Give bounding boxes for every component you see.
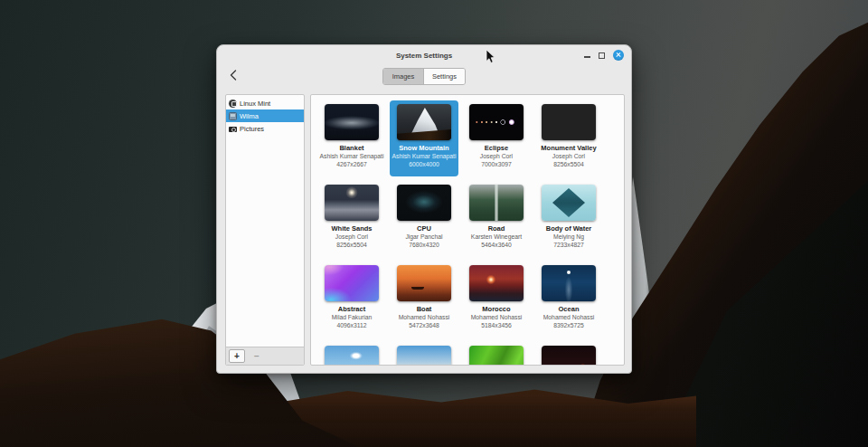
wallpaper-name: Blanket [317, 144, 386, 153]
wallpaper-author: Joseph Corl [317, 233, 386, 242]
source-label: Pictures [240, 125, 264, 133]
wallpaper-resolution: 7233x4827 [534, 242, 603, 250]
wallpaper-thumbnail [397, 265, 451, 301]
wallpaper-author: Meiying Ng [534, 233, 603, 242]
wallpaper-thumbnail [397, 346, 451, 366]
wallpaper-thumbnail [469, 346, 524, 366]
wallpaper-resolution: 8392x5725 [534, 322, 603, 330]
add-folder-button[interactable]: + [229, 349, 245, 363]
wallpaper-tile-mountains-cloud[interactable] [317, 342, 386, 366]
back-button[interactable] [226, 67, 241, 83]
sidebar-item-wilma[interactable]: Wilma [226, 109, 304, 122]
wallpaper-author: Ashish Kumar Senapati [390, 153, 458, 161]
wallpaper-tile-dark-sunset[interactable] [534, 342, 603, 366]
wallpaper-author: Joseph Corl [462, 153, 531, 161]
wallpaper-thumbnail [542, 346, 596, 366]
window-controls [584, 45, 624, 65]
wallpaper-tile-body-of-water[interactable]: Body of Water Meiying Ng 7233x4827 [534, 181, 603, 257]
wallpaper-thumbnail [469, 265, 524, 301]
wallpaper-tile-white-sands[interactable]: White Sands Joseph Corl 8256x5504 [317, 181, 386, 257]
screen-icon [229, 112, 237, 120]
source-label: Linux Mint [240, 100, 270, 108]
wallpaper-author: Milad Fakurian [317, 314, 386, 322]
wallpaper-tile-monument-valley[interactable]: Monument Valley Joseph Corl 8256x5504 [534, 100, 603, 176]
wallpaper-tile-road[interactable]: Road Karsten Winegeart 5464x3640 [462, 181, 531, 257]
wallpaper-tile-abstract[interactable]: Abstract Milad Fakurian 4096x3112 [317, 262, 386, 338]
wallpaper-author: Jigar Panchal [390, 233, 458, 242]
wallpaper-resolution: 7680x4320 [390, 242, 458, 250]
wallpaper-author: Mohamed Nohassi [534, 314, 603, 322]
wallpaper-thumbnail [325, 104, 379, 140]
sidebar-toolbar: + − [226, 347, 304, 365]
wallpaper-author: Mohamed Nohassi [390, 314, 458, 322]
tab-images[interactable]: Images [383, 69, 423, 84]
wallpaper-tile-blanket[interactable]: Blanket Ashish Kumar Senapati 4267x2667 [317, 100, 386, 176]
remove-folder-button[interactable]: − [249, 349, 265, 363]
wallpaper-thumbnail [542, 104, 596, 140]
wallpaper-name: Road [462, 224, 531, 233]
wallpaper-name: Abstract [317, 305, 386, 314]
tab-settings[interactable]: Settings [423, 69, 465, 84]
wallpaper-resolution: 4267x2667 [317, 161, 386, 169]
wallpaper-thumbnail [325, 185, 379, 221]
wallpaper-author: Ashish Kumar Senapati [317, 153, 386, 161]
source-sidebar: Linux Mint Wilma Pictures + − [225, 94, 305, 366]
wallpaper-resolution: 5472x3648 [390, 322, 458, 330]
wallpaper-thumbnail [469, 185, 524, 221]
wallpaper-name: Eclipse [462, 144, 531, 153]
wallpaper-resolution: 4096x3112 [317, 322, 386, 330]
wallpaper-thumbnail [397, 104, 451, 140]
wallpaper-author: Joseph Corl [534, 153, 603, 161]
wallpaper-thumbnail [542, 265, 596, 301]
wallpaper-tile-boat[interactable]: Boat Mohamed Nohassi 5472x3648 [390, 262, 458, 338]
titlebar[interactable]: System Settings [217, 45, 631, 65]
wallpaper-tile-green-leaf[interactable] [462, 342, 531, 366]
wallpaper-tile-ocean[interactable]: Ocean Mohamed Nohassi 8392x5725 [534, 262, 603, 338]
wallpaper-name: Body of Water [534, 224, 603, 233]
wallpaper-tile-snow-mountain[interactable]: Snow Mountain Ashish Kumar Senapati 6000… [390, 100, 458, 176]
maximize-icon[interactable] [599, 52, 605, 59]
wallpaper-resolution: 6000x4000 [390, 161, 458, 169]
wallpaper-name: Snow Mountain [390, 144, 458, 153]
source-list: Linux Mint Wilma Pictures [226, 95, 304, 347]
wallpaper-thumbnail [325, 346, 379, 366]
wallpaper-grid-panel: Blanket Ashish Kumar Senapati 4267x2667 … [310, 94, 625, 366]
wallpaper-tile-mountains[interactable] [390, 342, 458, 366]
wallpaper-thumbnail [542, 185, 596, 221]
wallpaper-tile-eclipse[interactable]: Eclipse Joseph Corl 7000x3097 [462, 100, 531, 176]
mouse-cursor [486, 49, 495, 64]
wallpaper-resolution: 5184x3456 [462, 322, 531, 330]
source-label: Wilma [240, 112, 259, 120]
desktop-wallpaper: System Settings Images Settings Linux M [0, 0, 868, 447]
wallpaper-name: Ocean [534, 305, 603, 314]
wallpaper-resolution: 5464x3640 [462, 242, 531, 250]
wallpaper-resolution: 8256x5504 [534, 161, 603, 169]
window-title: System Settings [396, 52, 452, 60]
chevron-left-icon [230, 70, 237, 81]
wallpaper-tile-cpu[interactable]: CPU Jigar Panchal 7680x4320 [390, 181, 458, 257]
wallpaper-resolution: 8256x5504 [317, 242, 386, 250]
wallpaper-name: CPU [390, 224, 458, 233]
wallpaper-name: Monument Valley [534, 144, 603, 153]
wallpaper-thumbnail [397, 185, 451, 221]
sidebar-item-linux-mint[interactable]: Linux Mint [226, 97, 304, 109]
wallpaper-name: Boat [390, 305, 458, 314]
minimize-icon[interactable] [584, 52, 590, 59]
view-tab-group: Images Settings [382, 68, 466, 85]
window-content: Linux Mint Wilma Pictures + − Blanket As… [217, 85, 631, 373]
sidebar-item-pictures[interactable]: Pictures [226, 122, 304, 135]
wallpaper-thumbnail [325, 265, 379, 301]
system-settings-window: System Settings Images Settings Linux M [216, 44, 632, 374]
wallpaper-tile-morocco[interactable]: Morocco Mohamed Nohassi 5184x3456 [462, 262, 531, 338]
wallpaper-grid: Blanket Ashish Kumar Senapati 4267x2667 … [311, 95, 624, 366]
wallpaper-thumbnail [469, 104, 524, 140]
linuxmint-logo-icon [229, 100, 237, 108]
wallpaper-author: Mohamed Nohassi [462, 314, 531, 322]
navigation-bar: Images Settings [217, 65, 631, 87]
wallpaper-author: Karsten Winegeart [462, 233, 531, 242]
camera-icon [229, 125, 237, 133]
wallpaper-resolution: 7000x3097 [462, 161, 531, 169]
wallpaper-name: Morocco [462, 305, 531, 314]
wallpaper-name: White Sands [317, 224, 386, 233]
close-icon[interactable] [613, 50, 624, 61]
